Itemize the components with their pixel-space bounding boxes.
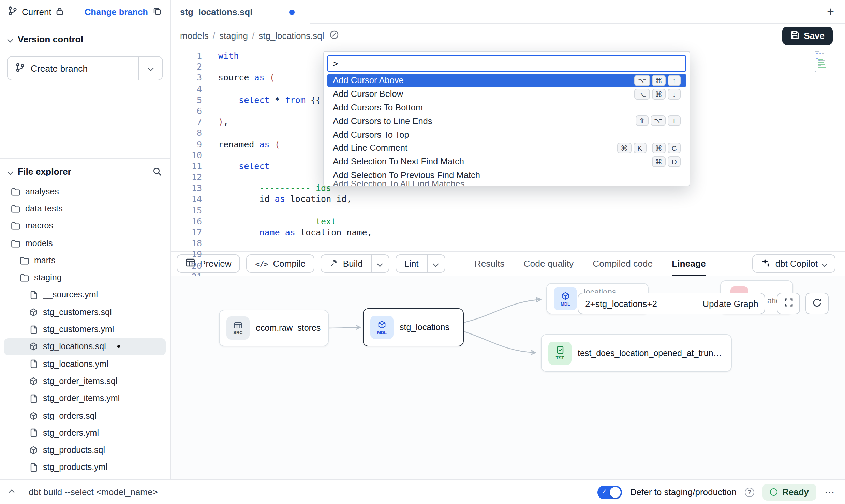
folder-icon [20, 256, 29, 265]
keycap: ↓ [668, 88, 681, 99]
palette-item[interactable]: Add Cursors to Line Ends⇧⌥I [327, 114, 686, 128]
explorer-item-models[interactable]: models [4, 235, 166, 252]
version-control-header[interactable]: Version control [0, 28, 170, 50]
defer-toggle[interactable]: ✓ [597, 485, 622, 499]
model-badge: MDL [370, 316, 394, 339]
lineage-selector-group: 2+stg_locations+2 Update Graph [578, 293, 765, 314]
palette-item[interactable]: Add Selection To Next Find Match⌘D [327, 155, 686, 168]
sparkle-icon [761, 258, 771, 269]
lineage-selector-input[interactable]: 2+stg_locations+2 [578, 293, 696, 314]
palette-clipped-item[interactable]: Add Selection To All Find Matches [327, 182, 686, 186]
cube-icon [378, 320, 386, 329]
link-icon[interactable] [329, 30, 339, 42]
model-icon [29, 308, 38, 316]
collapse-panel-icon[interactable] [9, 489, 15, 495]
build-button[interactable]: Build [321, 254, 372, 273]
doc-check-icon [556, 346, 564, 355]
create-branch-caret[interactable] [139, 57, 162, 80]
panel-tab-compiled-code[interactable]: Compiled code [593, 252, 653, 276]
branch-bar: Current Change branch [0, 0, 171, 24]
palette-item[interactable]: Add Cursors To Top [327, 128, 686, 141]
keycap: ⌥ [635, 88, 650, 99]
file-name: analyses [25, 187, 59, 196]
keycap: K [633, 143, 646, 153]
editor-tab-title: stg_locations.sql [180, 7, 252, 17]
file-icon [29, 325, 38, 334]
explorer-item-stg_products.sql[interactable]: stg_products.sql [4, 442, 166, 459]
explorer-item-stg_customers.yml[interactable]: stg_customers.yml [4, 321, 166, 338]
node-label: test_does_location_opened_at_trunc_t… [578, 348, 724, 358]
explorer-item-staging[interactable]: staging [4, 269, 166, 286]
file-explorer-header[interactable]: File explorer [0, 159, 170, 181]
panel-tab-code-quality[interactable]: Code quality [524, 252, 574, 276]
lint-button[interactable]: Lint [396, 254, 428, 273]
explorer-item-stg_orders.yml[interactable]: stg_orders.yml [4, 424, 166, 442]
palette-item[interactable]: Add Cursor Below⌥⌘↓ [327, 87, 686, 101]
fullscreen-button[interactable] [777, 293, 800, 314]
help-icon[interactable]: ? [745, 487, 754, 497]
code-editor[interactable]: 1234567891011121314151617181920212223242… [171, 48, 845, 251]
overflow-menu-button[interactable]: ⋯ [825, 486, 835, 498]
breadcrumb-part: staging [219, 31, 248, 41]
explorer-item-stg_products.yml[interactable]: stg_products.yml [4, 459, 166, 476]
command-palette-input[interactable]: > [327, 55, 686, 72]
palette-item[interactable]: Add Cursors To Bottom [327, 101, 686, 114]
explorer-item-stg_customers.sql[interactable]: stg_customers.sql [4, 303, 166, 321]
search-icon[interactable] [153, 167, 162, 176]
explorer-item-marts[interactable]: marts [4, 252, 166, 269]
palette-item[interactable]: Add Line Comment⌘K⌘C [327, 141, 686, 155]
save-label: Save [804, 31, 825, 41]
create-branch-button[interactable]: Create branch [8, 57, 139, 80]
palette-item[interactable]: Add Selection To Previous Find Match [327, 168, 686, 182]
lineage-node-test[interactable]: TST test_does_location_opened_at_trunc_t… [541, 334, 732, 372]
lineage-node-source[interactable]: SRC ecom.raw_stores [219, 310, 329, 346]
node-label: ecom.raw_stores [256, 323, 321, 333]
file-name: __sources.yml [43, 290, 98, 300]
palette-item[interactable]: Add Cursor Above⌥⌘↑ [327, 74, 686, 87]
panel-tab-lineage[interactable]: Lineage [672, 252, 706, 276]
explorer-item-data-tests[interactable]: data-tests [4, 200, 166, 218]
lineage-canvas[interactable]: MDL locations atio SRC ecom.raw_stores [171, 276, 845, 479]
current-branch-label: Current [22, 7, 51, 17]
explorer-item-macros[interactable]: macros [4, 217, 166, 235]
status-ring-icon [770, 488, 777, 496]
explorer-item-analyses[interactable]: analyses [4, 183, 166, 200]
build-caret[interactable] [372, 254, 389, 273]
new-tab-button[interactable]: + [827, 5, 834, 18]
compile-button[interactable]: </> Compile [247, 254, 314, 273]
lineage-node-model[interactable]: MDL stg_locations [363, 308, 464, 346]
update-graph-button[interactable]: Update Graph [696, 293, 765, 314]
file-name: stg_customers.sql [43, 307, 112, 317]
command-input[interactable]: dbt build --select <model_name> [29, 487, 158, 497]
change-branch-link[interactable]: Change branch [85, 7, 148, 17]
keycap: ⌥ [635, 75, 650, 86]
explorer-item-stg_locations.sql[interactable]: stg_locations.sql [4, 338, 166, 355]
explorer-item-__sources.yml[interactable]: __sources.yml [4, 286, 166, 304]
model-icon [29, 412, 38, 420]
keycap: ⌘ [652, 88, 666, 99]
ready-label: Ready [782, 487, 809, 497]
ready-status-badge[interactable]: Ready [762, 484, 816, 501]
editor-tab[interactable]: stg_locations.sql [171, 0, 310, 24]
minimap[interactable] [815, 50, 840, 72]
explorer-item-stg_orders.sql[interactable]: stg_orders.sql [4, 407, 166, 425]
main-panel: models/staging/stg_locations.sql Save 12… [171, 24, 845, 479]
explorer-item-stg_order_items.sql[interactable]: stg_order_items.sql [4, 373, 166, 390]
source-badge: SRC [226, 316, 250, 340]
panel-tab-results[interactable]: Results [475, 252, 505, 276]
explorer-item-stg_locations.yml[interactable]: stg_locations.yml [4, 355, 166, 373]
palette-prompt: > [333, 58, 338, 69]
toggle-knob [610, 487, 621, 498]
explorer-item-stg_order_items.yml[interactable]: stg_order_items.yml [4, 390, 166, 407]
modified-dot [118, 345, 120, 348]
version-control-section: Version control Create branch [0, 24, 170, 159]
refresh-button[interactable] [805, 293, 829, 314]
dbt-copilot-button[interactable]: dbt Copilot [752, 254, 835, 273]
save-button[interactable]: Save [782, 27, 833, 45]
chevron-down-icon [148, 65, 154, 71]
refresh-icon [812, 298, 822, 309]
lint-split-button: Lint [396, 254, 445, 273]
lint-caret[interactable] [428, 254, 445, 273]
copy-branch-icon[interactable] [153, 6, 162, 17]
file-name: stg_locations.sql [43, 342, 106, 352]
